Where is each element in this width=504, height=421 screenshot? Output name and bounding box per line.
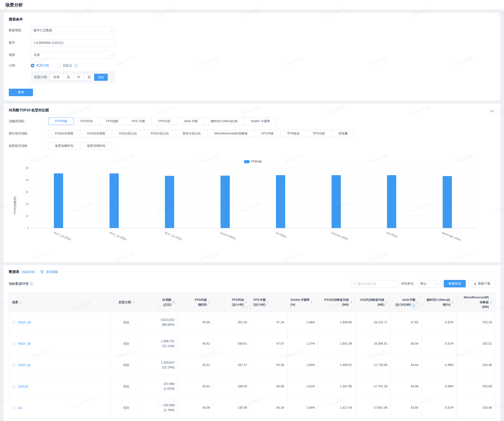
col-header-mono_reserved[interactable]: MonoReserved内存峰值(MB)	[457, 293, 495, 312]
cell-fps_avg: 43.51	[178, 354, 213, 376]
metric-tab[interactable]: 耗电量	[332, 130, 355, 137]
dimension-select[interactable]: 版本汇总数据	[31, 27, 115, 34]
metric-tab[interactable]: 平均电流	[280, 130, 306, 137]
metric-tab[interactable]: 显存分段占比	[176, 130, 208, 137]
col-header-fps_jitter[interactable]: FPS抖动(次/小时)	[213, 293, 250, 312]
metric-tab[interactable]: 场景加载时间	[48, 142, 80, 150]
cell-fps_jitter: 135.58	[213, 419, 250, 421]
scene-link[interactable]: 111	[18, 406, 22, 409]
cell-frame_time_ratio: 0.39%	[421, 376, 457, 397]
sort-icon[interactable]	[386, 300, 387, 304]
table-row: +123123综合237,690(1.81%)43.81168.0356.061…	[9, 376, 495, 397]
col-header-vss_peak_avg[interactable]: VSS内存峰值均值(MB)	[355, 293, 390, 312]
expand-row-icon[interactable]: +	[12, 406, 16, 410]
chart-bar[interactable]	[276, 175, 285, 228]
cell-fps_stutter: 47.97	[250, 333, 287, 354]
metric-tab[interactable]: FPS分段	[151, 117, 177, 125]
metric-tab[interactable]: FPS均值	[48, 117, 74, 125]
scene-link[interactable]: TEST_01	[18, 363, 31, 367]
sort-icon[interactable]	[20, 300, 21, 304]
chart-bar[interactable]	[332, 175, 341, 228]
metric-tab[interactable]: MonoReserved内存峰值	[208, 130, 254, 137]
chart-bar[interactable]	[443, 176, 452, 228]
data-download-button[interactable]: 数据下载	[469, 280, 495, 287]
metric-tab[interactable]: Jank-卡顿	[177, 117, 204, 125]
expand-row-icon[interactable]: +	[12, 342, 16, 346]
tier-option[interactable]: 综合	[94, 74, 108, 81]
metric-tab[interactable]: PSS分段占比	[144, 130, 176, 137]
add-metric-button[interactable]: 添加指标	[46, 270, 58, 274]
expand-row-icon[interactable]: +	[12, 363, 16, 367]
metric-tab[interactable]: 场景持续时间	[80, 142, 112, 150]
metric-tab[interactable]: FPS低帧	[99, 117, 125, 125]
tier-option[interactable]: 低	[84, 74, 94, 81]
sort-icon[interactable]	[173, 300, 174, 304]
radio-custom[interactable]	[57, 64, 61, 67]
expand-row-icon[interactable]: +	[12, 385, 16, 388]
col-header-tier[interactable]: 机型分档	[110, 293, 143, 312]
custom-info-icon[interactable]: i	[74, 64, 78, 67]
cell-matches: 232,809(1.78%)	[143, 419, 178, 421]
metric-tab[interactable]: 帧时间>100ms比例	[204, 117, 244, 125]
sort-icon[interactable]	[208, 300, 210, 304]
chart-bar[interactable]	[165, 176, 174, 228]
chart-bar[interactable]	[54, 173, 63, 228]
scene-link[interactable]: TEST_05	[18, 342, 31, 346]
cell-fps_jitter: 167.37	[213, 354, 250, 376]
scene-link[interactable]: 123123	[18, 385, 28, 388]
col-header-frame_time_ratio[interactable]: 帧时间>100ms比例(%)	[421, 293, 457, 312]
sort-icon[interactable]	[350, 300, 352, 304]
radio-model-tier[interactable]	[31, 64, 34, 67]
version-input[interactable]	[34, 41, 113, 44]
fps-bar-chart: FPS均值 FPS均值(帧/秒) 01020304050 TEST_03 (综合…	[9, 160, 495, 258]
cell-scene: +TEST_05	[9, 333, 110, 354]
query-button[interactable]: 查询	[9, 89, 33, 96]
sort-icon[interactable]	[267, 300, 269, 304]
metric-tab[interactable]: FPS-卡顿	[125, 117, 152, 125]
metric-tab[interactable]: FPS抖动	[74, 117, 99, 125]
col-header-jank[interactable]: Jank卡顿(次/10分钟)i	[390, 293, 421, 312]
chart-legend[interactable]: FPS均值	[31, 160, 475, 164]
expand-row-icon[interactable]: +	[12, 321, 16, 324]
radio-custom-label[interactable]: 自定义	[63, 64, 72, 67]
col-header-stutter_rate[interactable]: Stutter卡顿率(%)	[287, 293, 318, 312]
tier-option[interactable]: 全部	[50, 74, 63, 81]
sort-icon[interactable]	[311, 300, 313, 304]
funnel-icon[interactable]	[40, 270, 44, 274]
metric-tab[interactable]: VSS分段占比	[112, 130, 144, 137]
col-header-scene[interactable]: 场景	[9, 293, 110, 312]
tier-option[interactable]: 中	[73, 74, 84, 81]
sort-icon[interactable]	[245, 300, 247, 304]
sort-icon[interactable]	[132, 300, 134, 304]
chart-bar[interactable]	[109, 173, 119, 228]
metric-description-link[interactable]: (指标说明)	[22, 270, 35, 274]
tier-option[interactable]: 高	[63, 74, 74, 81]
metric-tab[interactable]: VSS内存维度	[80, 130, 112, 137]
metric-row-label: 场景相关指标:	[9, 142, 48, 148]
time-unit-label: 时间单位:	[401, 282, 414, 286]
sort-icon[interactable]	[452, 300, 454, 304]
scene-link[interactable]: TEST_03	[18, 321, 31, 324]
metric-tab[interactable]: 平均功耗	[306, 130, 332, 137]
time-unit-select[interactable]: 默认	[418, 280, 441, 287]
cell-pss_peak_avg: 1,641.09	[318, 333, 355, 354]
radio-model-tier-label[interactable]: 机型分档	[36, 64, 49, 67]
sort-icon[interactable]	[490, 300, 492, 304]
scene-select[interactable]: 全部	[31, 51, 115, 59]
metric-tab[interactable]: Stutter-卡顿率	[244, 117, 277, 125]
collapse-chart-icon[interactable]	[490, 109, 494, 112]
tier-group-label: 机型分档:	[34, 75, 48, 79]
chart-bar[interactable]	[221, 176, 230, 228]
col-header-fps_avg[interactable]: FPS均值(帧/秒)	[178, 293, 213, 312]
metric-tab[interactable]: CPU均值	[254, 130, 281, 137]
data-filter-button[interactable]: 数据筛选	[444, 280, 466, 287]
metric-tab[interactable]: PSS内存维度	[48, 130, 80, 137]
col-header-fps_stutter[interactable]: FPS卡顿(次/小时)	[250, 293, 287, 312]
metric-detail-info-icon[interactable]: i	[30, 282, 33, 286]
col-header-matches[interactable]: 对局数(占比)	[143, 293, 178, 312]
search-input[interactable]	[358, 282, 396, 286]
col-header-pss_peak_avg[interactable]: PSS内存峰值均值(MB)	[318, 293, 355, 312]
chart-bar[interactable]	[387, 175, 396, 228]
jank-info-icon[interactable]: i	[412, 304, 415, 307]
sort-icon[interactable]	[416, 300, 418, 304]
